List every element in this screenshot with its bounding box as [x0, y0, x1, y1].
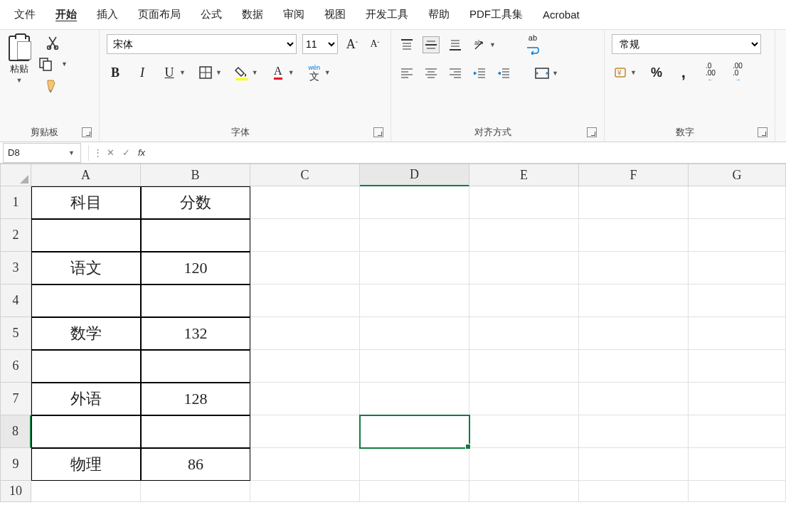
cell-F3[interactable] — [579, 252, 689, 284]
cell-C8[interactable] — [250, 415, 360, 448]
cell-D4[interactable] — [360, 284, 469, 317]
row-header-1[interactable]: 1 — [0, 186, 31, 219]
cell-E10[interactable] — [469, 481, 579, 502]
row-header-5[interactable]: 5 — [0, 317, 31, 350]
cell-B1[interactable]: 分数 — [141, 186, 250, 219]
percent-button[interactable]: % — [648, 64, 665, 81]
cell-D2[interactable] — [360, 219, 469, 252]
cell-G6[interactable] — [689, 350, 786, 383]
chevron-down-icon[interactable]: ▼ — [323, 69, 332, 76]
tab-审阅[interactable]: 审阅 — [275, 2, 313, 27]
column-header-E[interactable]: E — [469, 164, 579, 186]
cell-F7[interactable] — [579, 383, 689, 415]
align-right-button[interactable] — [447, 65, 464, 82]
cell-B8[interactable] — [141, 415, 250, 448]
cell-F10[interactable] — [579, 481, 689, 502]
column-header-C[interactable]: C — [250, 164, 360, 186]
row-header-2[interactable]: 2 — [0, 219, 31, 252]
row-header-4[interactable]: 4 — [0, 284, 31, 317]
wrap-text-button[interactable]: ab — [526, 34, 540, 55]
cell-D7[interactable] — [360, 383, 469, 415]
cell-B6[interactable] — [141, 350, 250, 383]
row-header-7[interactable]: 7 — [0, 383, 31, 415]
decrease-font-button[interactable]: Aˇ — [366, 36, 383, 53]
cell-F2[interactable] — [579, 219, 689, 252]
chevron-down-icon[interactable]: ▼ — [250, 69, 260, 76]
cell-E8[interactable] — [469, 415, 579, 448]
cell-A3[interactable]: 语文 — [31, 252, 141, 284]
paste-button[interactable]: 粘贴 ▼ — [7, 34, 31, 85]
italic-button[interactable]: I — [134, 64, 151, 81]
cell-A5[interactable]: 数学 — [31, 317, 141, 350]
tab-PDF工具集[interactable]: PDF工具集 — [461, 2, 531, 27]
tab-公式[interactable]: 公式 — [192, 2, 230, 27]
cell-G5[interactable] — [689, 317, 786, 350]
fx-button[interactable]: fx — [134, 147, 149, 158]
cell-B5[interactable]: 132 — [141, 317, 250, 350]
tab-开始[interactable]: 开始 — [47, 2, 85, 27]
cell-E2[interactable] — [469, 219, 579, 252]
number-format-select[interactable]: 常规 — [612, 34, 761, 54]
decrease-decimal-button[interactable]: .00.0→ — [729, 64, 746, 81]
cell-F5[interactable] — [579, 317, 689, 350]
cancel-formula-button[interactable]: ✕ — [102, 147, 118, 158]
cell-F6[interactable] — [579, 350, 689, 383]
more-icon[interactable]: ⋮ — [93, 147, 102, 158]
cell-B10[interactable] — [141, 481, 250, 502]
align-bottom-button[interactable] — [447, 36, 464, 53]
cell-C9[interactable] — [250, 448, 360, 481]
alignment-launcher[interactable] — [587, 127, 597, 137]
chevron-down-icon[interactable]: ▼ — [214, 69, 223, 76]
orientation-button[interactable]: ab — [471, 36, 488, 53]
cell-E3[interactable] — [469, 252, 579, 284]
column-header-G[interactable]: G — [689, 164, 786, 186]
tab-Acrobat[interactable]: Acrobat — [534, 3, 588, 26]
merge-button[interactable] — [533, 65, 551, 82]
cell-A9[interactable]: 物理 — [31, 448, 141, 481]
comma-button[interactable]: , — [675, 64, 692, 81]
tab-开发工具[interactable]: 开发工具 — [357, 2, 417, 27]
increase-indent-button[interactable] — [495, 65, 512, 82]
row-header-8[interactable]: 8 — [0, 415, 31, 448]
formula-input[interactable] — [149, 144, 786, 162]
cell-F1[interactable] — [579, 186, 689, 219]
align-top-button[interactable] — [398, 36, 415, 53]
cell-A10[interactable] — [31, 481, 141, 502]
chevron-down-icon[interactable]: ▼ — [629, 69, 638, 76]
chevron-down-icon[interactable]: ▼ — [60, 60, 69, 68]
phonetic-button[interactable]: wén 文 — [306, 64, 323, 81]
cell-E9[interactable] — [469, 448, 579, 481]
cell-G9[interactable] — [689, 448, 786, 481]
tab-插入[interactable]: 插入 — [88, 2, 127, 27]
row-header-6[interactable]: 6 — [0, 350, 31, 383]
row-header-10[interactable]: 10 — [0, 481, 31, 502]
cell-F4[interactable] — [579, 284, 689, 317]
align-left-button[interactable] — [398, 65, 415, 82]
cell-C3[interactable] — [250, 252, 360, 284]
align-middle-button[interactable] — [423, 36, 440, 53]
cell-G10[interactable] — [689, 481, 786, 502]
cell-A4[interactable] — [31, 284, 141, 317]
cell-G7[interactable] — [689, 383, 786, 415]
cell-C2[interactable] — [250, 219, 360, 252]
chevron-down-icon[interactable]: ▼ — [551, 70, 560, 77]
underline-button[interactable]: U — [161, 64, 178, 81]
column-header-A[interactable]: A — [31, 164, 141, 186]
cell-D6[interactable] — [360, 350, 469, 383]
decrease-indent-button[interactable] — [471, 65, 488, 82]
increase-font-button[interactable]: Aˆ — [344, 36, 361, 53]
cell-B2[interactable] — [141, 219, 250, 252]
column-header-F[interactable]: F — [579, 164, 689, 186]
cell-B7[interactable]: 128 — [141, 383, 250, 415]
cell-G1[interactable] — [689, 186, 786, 219]
cell-C6[interactable] — [250, 350, 360, 383]
cell-A1[interactable]: 科目 — [31, 186, 141, 219]
cell-C7[interactable] — [250, 383, 360, 415]
chevron-down-icon[interactable]: ▼ — [488, 41, 497, 48]
cell-C5[interactable] — [250, 317, 360, 350]
font-color-button[interactable]: A — [270, 64, 287, 81]
cell-E4[interactable] — [469, 284, 579, 317]
select-all-corner[interactable] — [0, 164, 31, 186]
cell-A2[interactable] — [31, 219, 141, 252]
cell-D3[interactable] — [360, 252, 469, 284]
